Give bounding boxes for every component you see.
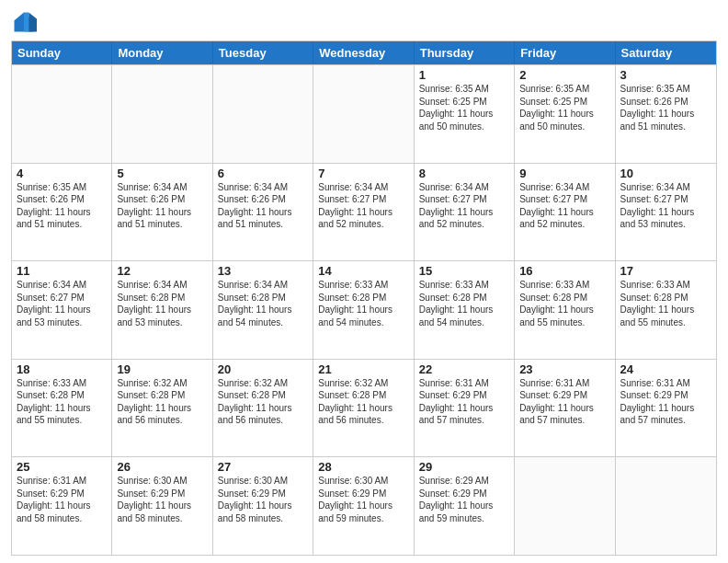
day-info: Sunrise: 6:32 AM Sunset: 6:28 PM Dayligh… bbox=[318, 377, 408, 427]
day-number: 23 bbox=[519, 362, 609, 376]
day-info: Sunrise: 6:35 AM Sunset: 6:25 PM Dayligh… bbox=[419, 83, 509, 132]
calendar-cell: 23Sunrise: 6:31 AM Sunset: 6:29 PM Dayli… bbox=[515, 360, 615, 457]
page: SundayMondayTuesdayWednesdayThursdayFrid… bbox=[0, 0, 728, 563]
day-number: 10 bbox=[620, 167, 711, 180]
day-info: Sunrise: 6:34 AM Sunset: 6:26 PM Dayligh… bbox=[218, 181, 308, 231]
day-number: 19 bbox=[117, 362, 207, 376]
day-info: Sunrise: 6:34 AM Sunset: 6:26 PM Dayligh… bbox=[117, 181, 207, 231]
day-number: 25 bbox=[17, 460, 107, 474]
day-info: Sunrise: 6:31 AM Sunset: 6:29 PM Dayligh… bbox=[17, 475, 107, 524]
calendar-cell bbox=[616, 457, 716, 555]
calendar-cell: 22Sunrise: 6:31 AM Sunset: 6:29 PM Dayli… bbox=[415, 360, 515, 457]
day-number: 22 bbox=[419, 362, 509, 376]
day-info: Sunrise: 6:30 AM Sunset: 6:29 PM Dayligh… bbox=[117, 475, 207, 524]
day-info: Sunrise: 6:34 AM Sunset: 6:27 PM Dayligh… bbox=[419, 181, 509, 231]
calendar-cell: 8Sunrise: 6:34 AM Sunset: 6:27 PM Daylig… bbox=[415, 164, 515, 261]
day-number: 26 bbox=[117, 460, 207, 474]
day-info: Sunrise: 6:34 AM Sunset: 6:27 PM Dayligh… bbox=[620, 181, 711, 231]
logo bbox=[11, 9, 40, 35]
calendar-header-cell: Wednesday bbox=[313, 41, 414, 64]
day-number: 21 bbox=[318, 362, 408, 376]
day-info: Sunrise: 6:29 AM Sunset: 6:29 PM Dayligh… bbox=[419, 475, 509, 524]
calendar-cell: 11Sunrise: 6:34 AM Sunset: 6:27 PM Dayli… bbox=[12, 261, 112, 359]
day-info: Sunrise: 6:33 AM Sunset: 6:28 PM Dayligh… bbox=[620, 279, 711, 328]
day-info: Sunrise: 6:35 AM Sunset: 6:25 PM Dayligh… bbox=[519, 83, 609, 132]
calendar-cell: 27Sunrise: 6:30 AM Sunset: 6:29 PM Dayli… bbox=[213, 457, 313, 555]
day-info: Sunrise: 6:32 AM Sunset: 6:28 PM Dayligh… bbox=[117, 377, 207, 427]
day-info: Sunrise: 6:35 AM Sunset: 6:26 PM Dayligh… bbox=[620, 83, 711, 132]
calendar-week: 25Sunrise: 6:31 AM Sunset: 6:29 PM Dayli… bbox=[12, 456, 716, 555]
calendar-cell: 24Sunrise: 6:31 AM Sunset: 6:29 PM Dayli… bbox=[616, 360, 716, 457]
day-info: Sunrise: 6:34 AM Sunset: 6:28 PM Dayligh… bbox=[218, 279, 308, 328]
day-number: 2 bbox=[519, 68, 609, 82]
calendar-cell: 21Sunrise: 6:32 AM Sunset: 6:28 PM Dayli… bbox=[313, 360, 414, 457]
day-number: 11 bbox=[17, 264, 107, 278]
day-number: 6 bbox=[218, 167, 308, 180]
day-info: Sunrise: 6:33 AM Sunset: 6:28 PM Dayligh… bbox=[318, 279, 408, 328]
calendar-body: 1Sunrise: 6:35 AM Sunset: 6:25 PM Daylig… bbox=[12, 64, 716, 555]
day-number: 27 bbox=[218, 460, 308, 474]
calendar-cell: 12Sunrise: 6:34 AM Sunset: 6:28 PM Dayli… bbox=[112, 261, 212, 359]
calendar-cell: 17Sunrise: 6:33 AM Sunset: 6:28 PM Dayli… bbox=[616, 261, 716, 359]
day-number: 12 bbox=[117, 264, 207, 278]
calendar-cell: 7Sunrise: 6:34 AM Sunset: 6:27 PM Daylig… bbox=[313, 164, 414, 261]
calendar-cell: 3Sunrise: 6:35 AM Sunset: 6:26 PM Daylig… bbox=[616, 65, 716, 163]
calendar-header-cell: Tuesday bbox=[213, 41, 313, 64]
day-info: Sunrise: 6:34 AM Sunset: 6:27 PM Dayligh… bbox=[519, 181, 609, 231]
svg-marker-2 bbox=[24, 13, 28, 32]
calendar-cell: 14Sunrise: 6:33 AM Sunset: 6:28 PM Dayli… bbox=[313, 261, 414, 359]
calendar-cell: 5Sunrise: 6:34 AM Sunset: 6:26 PM Daylig… bbox=[112, 164, 212, 261]
calendar-cell bbox=[313, 65, 414, 163]
day-info: Sunrise: 6:35 AM Sunset: 6:26 PM Dayligh… bbox=[17, 181, 107, 231]
calendar-cell: 20Sunrise: 6:32 AM Sunset: 6:28 PM Dayli… bbox=[213, 360, 313, 457]
calendar-cell: 16Sunrise: 6:33 AM Sunset: 6:28 PM Dayli… bbox=[515, 261, 615, 359]
calendar-week: 4Sunrise: 6:35 AM Sunset: 6:26 PM Daylig… bbox=[12, 163, 716, 261]
calendar-cell: 19Sunrise: 6:32 AM Sunset: 6:28 PM Dayli… bbox=[112, 360, 212, 457]
logo-icon bbox=[11, 9, 37, 35]
day-number: 18 bbox=[17, 362, 107, 376]
calendar-cell: 28Sunrise: 6:30 AM Sunset: 6:29 PM Dayli… bbox=[313, 457, 414, 555]
day-info: Sunrise: 6:33 AM Sunset: 6:28 PM Dayligh… bbox=[519, 279, 609, 328]
day-number: 3 bbox=[620, 68, 711, 82]
calendar-header-cell: Thursday bbox=[415, 41, 515, 64]
day-info: Sunrise: 6:33 AM Sunset: 6:28 PM Dayligh… bbox=[17, 377, 107, 427]
calendar-week: 11Sunrise: 6:34 AM Sunset: 6:27 PM Dayli… bbox=[12, 260, 716, 359]
day-number: 17 bbox=[620, 264, 711, 278]
day-number: 4 bbox=[17, 167, 107, 180]
calendar-week: 18Sunrise: 6:33 AM Sunset: 6:28 PM Dayli… bbox=[12, 359, 716, 457]
calendar-cell: 26Sunrise: 6:30 AM Sunset: 6:29 PM Dayli… bbox=[112, 457, 212, 555]
day-info: Sunrise: 6:32 AM Sunset: 6:28 PM Dayligh… bbox=[218, 377, 308, 427]
day-number: 14 bbox=[318, 264, 408, 278]
day-info: Sunrise: 6:31 AM Sunset: 6:29 PM Dayligh… bbox=[620, 377, 711, 427]
header bbox=[11, 9, 717, 35]
day-number: 28 bbox=[318, 460, 408, 474]
calendar-cell: 29Sunrise: 6:29 AM Sunset: 6:29 PM Dayli… bbox=[415, 457, 515, 555]
day-number: 7 bbox=[318, 167, 408, 180]
svg-marker-1 bbox=[28, 13, 37, 32]
day-info: Sunrise: 6:34 AM Sunset: 6:27 PM Dayligh… bbox=[17, 279, 107, 328]
calendar-cell bbox=[112, 65, 212, 163]
calendar-cell: 25Sunrise: 6:31 AM Sunset: 6:29 PM Dayli… bbox=[12, 457, 112, 555]
calendar-cell bbox=[213, 65, 313, 163]
day-info: Sunrise: 6:31 AM Sunset: 6:29 PM Dayligh… bbox=[519, 377, 609, 427]
calendar-cell: 6Sunrise: 6:34 AM Sunset: 6:26 PM Daylig… bbox=[213, 164, 313, 261]
day-info: Sunrise: 6:34 AM Sunset: 6:27 PM Dayligh… bbox=[318, 181, 408, 231]
calendar-cell: 15Sunrise: 6:33 AM Sunset: 6:28 PM Dayli… bbox=[415, 261, 515, 359]
day-number: 13 bbox=[218, 264, 308, 278]
day-number: 20 bbox=[218, 362, 308, 376]
calendar-cell: 13Sunrise: 6:34 AM Sunset: 6:28 PM Dayli… bbox=[213, 261, 313, 359]
day-info: Sunrise: 6:30 AM Sunset: 6:29 PM Dayligh… bbox=[218, 475, 308, 524]
calendar-cell: 10Sunrise: 6:34 AM Sunset: 6:27 PM Dayli… bbox=[616, 164, 716, 261]
calendar-header-cell: Monday bbox=[112, 41, 212, 64]
day-number: 8 bbox=[419, 167, 509, 180]
calendar-header-cell: Saturday bbox=[616, 41, 716, 64]
day-number: 29 bbox=[419, 460, 509, 474]
calendar-cell: 2Sunrise: 6:35 AM Sunset: 6:25 PM Daylig… bbox=[515, 65, 615, 163]
calendar-cell: 18Sunrise: 6:33 AM Sunset: 6:28 PM Dayli… bbox=[12, 360, 112, 457]
calendar-week: 1Sunrise: 6:35 AM Sunset: 6:25 PM Daylig… bbox=[12, 64, 716, 163]
calendar-cell: 9Sunrise: 6:34 AM Sunset: 6:27 PM Daylig… bbox=[515, 164, 615, 261]
day-number: 16 bbox=[519, 264, 609, 278]
calendar: SundayMondayTuesdayWednesdayThursdayFrid… bbox=[11, 40, 717, 556]
calendar-cell bbox=[12, 65, 112, 163]
day-number: 5 bbox=[117, 167, 207, 180]
